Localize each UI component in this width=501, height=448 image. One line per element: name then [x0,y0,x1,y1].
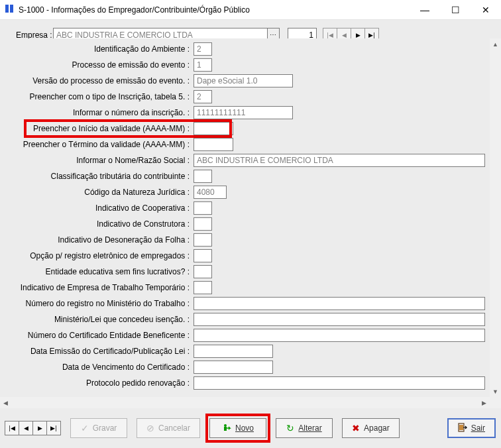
form-row: Data de Vencimento do Certificado : [4,359,494,375]
form-row: Informar o número da inscrição. : [4,105,494,121]
cancel-icon: ⊘ [146,423,154,433]
field-input[interactable] [194,58,212,72]
form-row: Número do Certificado Entidade Beneficen… [4,327,494,343]
form-row: Protocolo pedido renovação : [4,375,494,391]
field-input-wrap [194,345,273,358]
field-input-wrap [194,217,212,231]
footer-bar: |◀ ◀ ▶ ▶| ✓ Gravar ⊘ Cancelar Novo ↻ Alt… [0,408,501,448]
minimize-button[interactable]: — [410,0,440,19]
field-input-wrap [194,201,212,215]
field-input[interactable] [194,361,273,374]
field-input[interactable] [194,42,212,56]
alterar-label: Alterar [298,423,321,433]
field-input[interactable] [194,170,212,183]
field-label: Preencher com o tipo de Inscrição, tabel… [4,92,194,101]
field-label: Preencher o Término da validade (AAAA-MM… [4,140,194,149]
form: Identificação do Ambiente :Processo de e… [0,38,501,396]
field-input[interactable] [194,313,485,326]
field-input-wrap [194,186,227,199]
field-input[interactable] [194,106,293,119]
field-input-wrap [194,297,485,310]
alterar-button[interactable]: ↻ Alterar [276,418,333,438]
scroll-up-icon[interactable]: ▲ [490,38,501,50]
field-input[interactable] [194,201,212,215]
field-input[interactable] [194,297,485,310]
sair-label: Sair [471,423,485,433]
field-input-wrap [194,249,212,262]
field-input[interactable] [194,265,212,278]
field-input[interactable] [194,138,233,151]
field-label: Opção p/ registro eletrônico de empregad… [4,251,194,260]
cancelar-button[interactable]: ⊘ Cancelar [137,418,200,438]
form-row: Preencher com o tipo de Inscrição, tabel… [4,89,494,105]
app-icon [4,3,15,16]
field-label: Identificação do Ambiente : [4,44,194,54]
field-label: Indicativo de Construtora : [4,219,194,229]
field-input-wrap [194,376,485,390]
form-row: Indicativo de Empresa de Trabalho Tempor… [4,280,494,296]
field-input[interactable] [194,90,212,103]
field-input[interactable] [194,376,485,390]
field-label: Classificação tributária do contribuinte… [4,172,194,181]
maximize-button[interactable]: ☐ [440,0,471,19]
novo-label: Novo [235,423,254,433]
field-input[interactable] [194,74,293,87]
field-label: Indicativo de Cooperativa : [4,203,194,213]
scroll-left-icon[interactable]: ◀ [0,397,11,408]
field-input-wrap [194,42,212,56]
form-container: Identificação do Ambiente :Processo de e… [0,38,501,408]
window-title: S-1000 - Informações do Empregador/Contr… [19,5,410,15]
field-input-wrap [194,106,293,119]
form-row: Versão do processo de emissão do evento.… [4,73,494,89]
field-label: Preencher o Início da validade (AAAA-MM)… [4,124,194,133]
sair-button[interactable]: Sair [447,418,496,438]
field-input-wrap [194,313,485,326]
field-input[interactable] [194,233,212,247]
field-input-wrap [194,170,212,183]
form-row: Identificação do Ambiente : [4,41,494,57]
field-label: Processo de emissão do evento : [4,60,194,70]
scroll-corner [490,397,501,408]
field-input-wrap [194,361,273,374]
field-input-wrap [194,58,212,72]
field-label: Número do registro no Ministério do Trab… [4,299,194,308]
field-input[interactable] [194,122,233,135]
scroll-right-icon[interactable]: ▶ [478,397,490,408]
apagar-icon: ✖ [352,423,360,433]
field-input[interactable] [194,281,212,294]
scroll-down-icon[interactable]: ▼ [490,386,501,397]
field-input-wrap [194,138,233,151]
nav-last-button-bottom[interactable]: ▶| [46,421,61,435]
form-row: Preencher o Início da validade (AAAA-MM)… [4,121,494,137]
field-input-wrap [194,90,212,103]
vertical-scrollbar[interactable]: ▲ ▼ [490,38,501,397]
field-label: Versão do processo de emissão do evento.… [4,76,194,85]
novo-button[interactable]: Novo [209,418,266,438]
field-input[interactable] [194,345,273,358]
gravar-button[interactable]: ✓ Gravar [70,418,127,438]
horizontal-scrollbar[interactable]: ◀ ▶ [0,397,490,408]
field-input[interactable] [194,249,212,262]
field-input[interactable] [194,154,485,167]
nav-next-button-bottom[interactable]: ▶ [32,421,47,435]
field-label: Código da Natureza Jurídica : [4,188,194,197]
field-label: Número do Certificado Entidade Beneficen… [4,331,194,340]
form-row: Código da Natureza Jurídica : [4,184,494,200]
form-row: Ministério/Lei que concedeu isenção. : [4,311,494,327]
field-label: Informar o Nome/Razão Social : [4,156,194,165]
nav-prev-button-bottom[interactable]: ◀ [19,421,33,435]
field-input[interactable] [194,217,212,231]
close-button[interactable]: ✕ [471,0,501,19]
field-input[interactable] [194,329,485,342]
form-row: Opção p/ registro eletrônico de empregad… [4,248,494,264]
apagar-button[interactable]: ✖ Apagar [342,418,400,438]
nav-first-button-bottom[interactable]: |◀ [5,421,19,435]
field-label: Entidade educativa sem fins lucrativos? … [4,267,194,276]
form-row: Indicativo de Desoneração da Folha : [4,232,494,248]
svg-rect-1 [10,5,13,13]
svg-point-2 [224,424,227,427]
record-nav-bottom: |◀ ◀ ▶ ▶| [5,421,61,435]
field-label: Indicativo de Desoneração da Folha : [4,235,194,245]
field-input-wrap [194,122,233,135]
field-input[interactable] [194,186,227,199]
